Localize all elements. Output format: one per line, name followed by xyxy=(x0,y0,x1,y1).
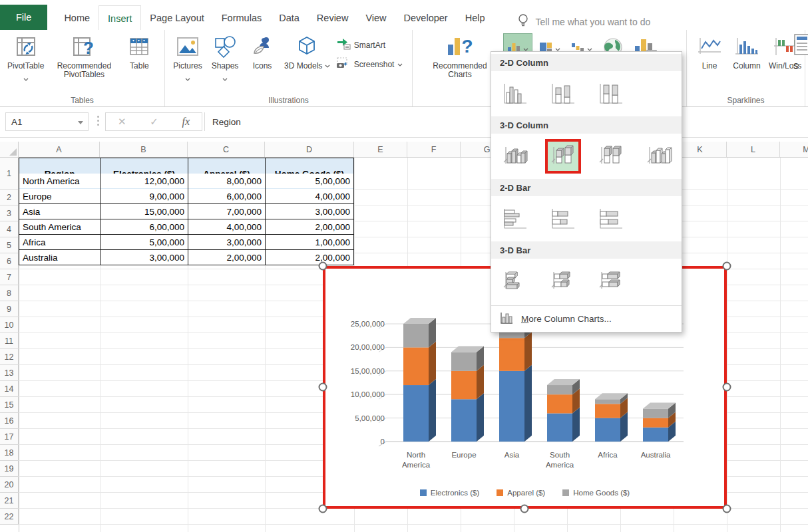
table-cell[interactable]: 3,00,000 xyxy=(101,250,188,265)
selection-handle[interactable] xyxy=(319,383,327,392)
column-header-B[interactable]: B xyxy=(100,142,188,157)
row-header-10[interactable]: 10 xyxy=(0,317,19,333)
tell-me-box[interactable]: Tell me what you want to do xyxy=(517,13,650,30)
3d-models-button[interactable]: 3D Models xyxy=(281,30,333,70)
row-header-4[interactable]: 4 xyxy=(0,221,19,237)
tab-page-layout[interactable]: Page Layout xyxy=(141,6,212,30)
table-cell[interactable]: 5,00,000 xyxy=(101,235,188,249)
column-button[interactable]: Column xyxy=(728,30,765,70)
table-cell[interactable]: 2,00,000 xyxy=(266,250,353,265)
selection-handle[interactable] xyxy=(319,505,327,513)
100-stacked-column-item[interactable] xyxy=(593,76,629,111)
column-header-A[interactable]: A xyxy=(19,142,100,157)
row-header-18[interactable]: 18 xyxy=(0,445,19,461)
table-cell[interactable]: 3,00,000 xyxy=(188,235,265,249)
row-header-7[interactable]: 7 xyxy=(0,269,19,285)
column-header-D[interactable]: D xyxy=(265,142,354,157)
recommended-charts-button[interactable]: ?Recommended Charts xyxy=(423,30,497,79)
column-header-F[interactable]: F xyxy=(407,142,461,157)
row-header-11[interactable]: 11 xyxy=(0,333,19,349)
table-cell[interactable]: 1,00,000 xyxy=(266,235,353,249)
slicer-button-partial[interactable]: S xyxy=(793,33,808,71)
column-header-L[interactable]: L xyxy=(727,142,780,157)
row-header-21[interactable]: 21 xyxy=(0,493,19,509)
column-headers[interactable]: ABCDEFGHIJKLM xyxy=(0,142,808,158)
row-header-8[interactable]: 8 xyxy=(0,285,19,301)
3d-clustered-column-item[interactable] xyxy=(497,139,533,174)
3d-100-stacked-column-item[interactable] xyxy=(593,139,629,174)
row-header-2[interactable]: 2 xyxy=(0,190,19,205)
row-header-14[interactable]: 14 xyxy=(0,381,19,397)
tab-formulas[interactable]: Formulas xyxy=(213,6,270,30)
selection-handle[interactable] xyxy=(520,505,529,513)
pictures-button[interactable]: Pictures xyxy=(169,30,206,84)
row-header-13[interactable]: 13 xyxy=(0,365,19,381)
table-cell[interactable]: 9,00,000 xyxy=(101,189,188,203)
table-cell[interactable]: South America xyxy=(19,219,100,234)
table-cell[interactable]: Australia xyxy=(19,250,100,265)
name-box[interactable]: A1 xyxy=(5,112,89,131)
table-cell[interactable]: Asia xyxy=(19,204,100,219)
column-header-C[interactable]: C xyxy=(188,142,265,157)
stacked-column-item[interactable] xyxy=(545,76,581,111)
row-header-3[interactable]: 3 xyxy=(0,205,19,221)
line-button[interactable]: Line xyxy=(691,30,728,70)
table-cell[interactable]: 4,00,000 xyxy=(188,219,265,234)
row-header-5[interactable]: 5 xyxy=(0,237,19,253)
smartart-button[interactable]: SmartArt xyxy=(336,38,403,52)
insert-function-icon[interactable]: fx xyxy=(182,116,190,128)
table-cell[interactable]: 4,00,000 xyxy=(266,189,353,203)
3d-column-item[interactable] xyxy=(641,139,677,174)
table-cell[interactable]: Europe xyxy=(19,189,100,203)
row-header-17[interactable]: 17 xyxy=(0,429,19,445)
3d-stacked-bar-item[interactable] xyxy=(545,264,581,299)
row-header-12[interactable]: 12 xyxy=(0,349,19,365)
row-header-15[interactable]: 15 xyxy=(0,397,19,413)
table-cell[interactable]: 6,00,000 xyxy=(101,219,188,234)
selection-handle[interactable] xyxy=(723,383,731,392)
row-header-9[interactable]: 9 xyxy=(0,301,19,317)
tab-file[interactable]: File xyxy=(0,5,47,30)
table-cell[interactable]: 7,00,000 xyxy=(188,204,265,219)
stacked-bar-item[interactable] xyxy=(545,201,581,236)
selection-handle[interactable] xyxy=(723,505,731,513)
table-cell[interactable]: 12,00,000 xyxy=(101,174,188,188)
table-cell[interactable]: 15,00,000 xyxy=(101,204,188,219)
tab-home[interactable]: Home xyxy=(55,6,99,30)
tab-developer[interactable]: Developer xyxy=(395,6,457,30)
row-header-1[interactable]: 1 xyxy=(0,158,19,190)
cancel-icon[interactable]: ✕ xyxy=(118,116,126,128)
row-header-6[interactable]: 6 xyxy=(0,253,19,269)
selection-handle[interactable] xyxy=(723,262,731,271)
chevron-down-icon[interactable] xyxy=(78,121,83,124)
chevron-down-icon[interactable] xyxy=(185,72,190,84)
row-header-20[interactable]: 20 xyxy=(0,477,19,493)
select-all-corner[interactable] xyxy=(0,142,19,157)
clustered-column-item[interactable] xyxy=(497,76,533,111)
chevron-down-icon[interactable] xyxy=(397,60,403,69)
chevron-down-icon[interactable] xyxy=(23,72,29,84)
tab-view[interactable]: View xyxy=(357,6,395,30)
tab-data[interactable]: Data xyxy=(270,6,308,30)
3d-stacked-column-item[interactable] xyxy=(545,139,581,174)
tab-review[interactable]: Review xyxy=(308,6,357,30)
chevron-down-icon[interactable] xyxy=(222,72,228,84)
3d-clustered-bar-item[interactable] xyxy=(497,264,533,299)
table-cell[interactable]: Africa xyxy=(19,235,100,249)
column-header-M[interactable]: M xyxy=(780,142,808,157)
column-header-E[interactable]: E xyxy=(354,142,407,157)
more-column-charts-item[interactable]: More Column Charts... xyxy=(491,305,682,332)
screenshot-button[interactable]: Screenshot xyxy=(336,57,403,71)
row-header-19[interactable]: 19 xyxy=(0,461,19,477)
clustered-bar-item[interactable] xyxy=(497,201,533,236)
row-header-16[interactable]: 16 xyxy=(0,413,19,429)
100-stacked-bar-item[interactable] xyxy=(593,201,629,236)
3d-100-stacked-bar-item[interactable] xyxy=(593,264,629,299)
table-cell[interactable]: 2,00,000 xyxy=(266,219,353,234)
selection-handle[interactable] xyxy=(319,262,327,271)
table-cell[interactable]: 3,00,000 xyxy=(266,204,353,219)
recommended-pivottables-button[interactable]: ?Recommended PivotTables xyxy=(47,30,120,79)
icons-button[interactable]: Icons xyxy=(244,30,281,70)
pivottable-button[interactable]: PivotTable xyxy=(4,30,47,84)
data-table[interactable]: RegionElectronics ($)Apparel ($)Home Goo… xyxy=(19,158,354,265)
